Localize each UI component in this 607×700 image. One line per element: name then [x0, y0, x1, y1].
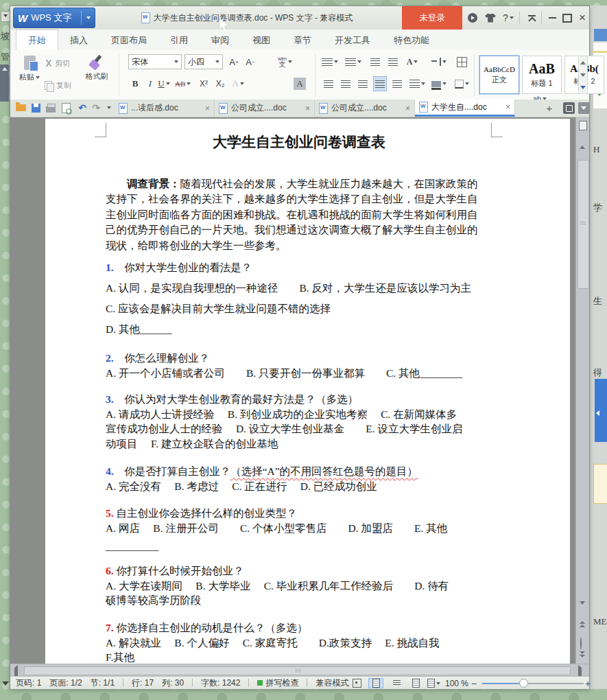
page-view-button[interactable] — [368, 678, 383, 688]
align-left-button[interactable] — [322, 76, 335, 91]
numbering-button[interactable] — [345, 54, 361, 69]
align-right-button[interactable] — [356, 76, 370, 91]
ribbon-tab-4[interactable]: 审阅 — [200, 30, 241, 50]
strikethrough-button[interactable]: AB — [175, 76, 191, 91]
align-center-button[interactable] — [339, 76, 353, 91]
insert-table-button[interactable] — [455, 54, 468, 69]
zoom-out-button[interactable]: − — [471, 677, 477, 690]
font-size-select[interactable]: 小四 — [185, 54, 223, 69]
web-view-button[interactable] — [408, 678, 423, 688]
save-button[interactable] — [29, 102, 42, 114]
scroll-down-button[interactable] — [580, 605, 585, 617]
vertical-scroll-thumb[interactable] — [578, 160, 589, 289]
subscript-button[interactable]: X₂ — [213, 76, 227, 91]
pinyin-guide-button[interactable]: wén文 — [278, 54, 292, 69]
text-effects-button[interactable]: A — [231, 76, 245, 91]
doc-line: 6. 你打算什么时候开始创业？ — [106, 563, 492, 579]
borders-button[interactable] — [455, 76, 469, 91]
fullscreen-view-button[interactable] — [426, 678, 441, 688]
help-button[interactable]: ? — [500, 6, 516, 30]
print-button[interactable] — [45, 102, 57, 114]
doc-tab-1[interactable]: 公司成立....doc× — [215, 100, 315, 117]
redo-button[interactable]: ↷ — [90, 102, 102, 114]
status-item[interactable]: 拼写检查 — [257, 677, 298, 689]
open-button[interactable] — [14, 102, 27, 114]
ribbon-tab-5[interactable]: 视图 — [241, 30, 282, 50]
doc-tab-3[interactable]: 大学生自....doc× — [415, 100, 515, 117]
underline-button[interactable]: U — [157, 76, 171, 91]
cut-button[interactable]: 剪切 — [45, 56, 70, 71]
zoom-slider-track-right[interactable] — [528, 683, 584, 684]
underline-icon: U — [158, 78, 164, 89]
styles-gallery-scroll[interactable] — [578, 56, 588, 94]
format-painter-button[interactable]: 格式刷 — [82, 53, 112, 97]
close-button[interactable]: × — [574, 6, 591, 30]
zoom-slider-track-left[interactable] — [482, 683, 519, 684]
previous-page-button[interactable] — [580, 621, 585, 627]
char-scale-button[interactable]: A — [405, 54, 419, 69]
doc-tab-0[interactable]: ...读后感.doc× — [115, 100, 215, 117]
scroll-up-button[interactable] — [580, 134, 585, 146]
vertical-scrollbar[interactable] — [575, 117, 589, 664]
line-spacing-button[interactable] — [409, 76, 425, 91]
ribbon-tab-6[interactable]: 章节 — [282, 30, 323, 50]
bullets-button[interactable] — [322, 54, 338, 69]
horizontal-scrollbar[interactable] — [10, 664, 589, 676]
login-button[interactable]: 未登录 — [402, 6, 462, 30]
app-menu-chevron-icon[interactable] — [86, 16, 91, 19]
align-justify-button[interactable] — [373, 76, 387, 91]
doc-tab-close-icon[interactable]: × — [405, 104, 410, 113]
bold-button[interactable]: B — [128, 76, 142, 91]
zoom-level[interactable]: 100 % — [445, 679, 468, 688]
style-card-0[interactable]: AaBbCcD正文 — [479, 56, 519, 94]
print-preview-button[interactable] — [60, 102, 72, 114]
hide-ribbon-button[interactable] — [523, 6, 540, 30]
horizontal-scroll-thumb[interactable] — [24, 666, 571, 675]
minimize-button[interactable] — [544, 6, 560, 30]
tab-list-button[interactable] — [578, 102, 590, 114]
ribbon-divider — [474, 54, 475, 96]
doc-text: A. 完全没有 B. 考虑过 C. 正在进行 D. 已经成功创业 — [106, 480, 377, 492]
italic-button[interactable]: I — [143, 76, 157, 91]
next-page-button[interactable] — [580, 651, 585, 657]
align-distribute-button[interactable] — [390, 76, 404, 91]
superscript-button[interactable]: X² — [197, 76, 211, 91]
quickbar-more-button[interactable] — [102, 102, 115, 114]
quickbar-chevron-icon — [107, 106, 111, 109]
copy-button[interactable]: 复制 — [45, 78, 71, 93]
select-browse-object-button[interactable] — [580, 638, 582, 650]
doc-tab-close-icon[interactable]: × — [305, 104, 310, 113]
show-marks-button[interactable] — [431, 54, 447, 69]
ribbon-tab-3[interactable]: 引用 — [158, 30, 200, 50]
zoom-in-button[interactable]: + — [585, 677, 591, 690]
paste-button[interactable]: 粘贴 — [14, 53, 45, 97]
new-document-tab-button[interactable]: + — [543, 101, 556, 115]
shading-button[interactable] — [431, 76, 447, 91]
doc-tab-close-icon[interactable]: × — [505, 102, 510, 112]
wps-app-button[interactable]: W WPS 文字 — [13, 8, 95, 28]
fit-page-button[interactable] — [349, 678, 364, 688]
ribbon-tab-7[interactable]: 开发工具 — [323, 30, 382, 50]
font-family-select[interactable]: 宋体 — [128, 54, 182, 69]
doc-tab-close-icon[interactable]: × — [205, 104, 210, 113]
ribbon-tab-8[interactable]: 特色功能 — [382, 30, 441, 50]
ribbon-tab-1[interactable]: 插入 — [58, 30, 99, 50]
style-card-1[interactable]: AaB标题 1 — [522, 56, 562, 94]
shrink-font-button[interactable]: A− — [243, 54, 257, 69]
vip-button[interactable] — [464, 6, 481, 30]
undo-button[interactable]: ↶ — [76, 102, 88, 114]
ribbon-tab-2[interactable]: 页面布局 — [99, 30, 158, 50]
select-object-icon[interactable] — [579, 121, 587, 130]
outline-view-button[interactable] — [389, 678, 404, 688]
doc-tab-2[interactable]: 公司成立....doc× — [315, 100, 415, 117]
history-button[interactable] — [563, 102, 575, 114]
maximize-button[interactable] — [559, 6, 575, 30]
decrease-indent-button[interactable] — [368, 54, 382, 69]
increase-indent-button[interactable] — [386, 54, 400, 69]
grow-font-button[interactable]: A+ — [227, 54, 241, 69]
ribbon-tab-0[interactable]: 开始 — [16, 30, 58, 50]
document-page[interactable]: 大学生自主创业问卷调查表 调查背景：随着现代社会的发展，大学生就业压力越来越大，… — [45, 119, 570, 664]
zoom-slider-thumb[interactable] — [519, 679, 528, 688]
char-shading-button[interactable]: A — [293, 76, 307, 91]
skin-button[interactable] — [482, 6, 499, 30]
